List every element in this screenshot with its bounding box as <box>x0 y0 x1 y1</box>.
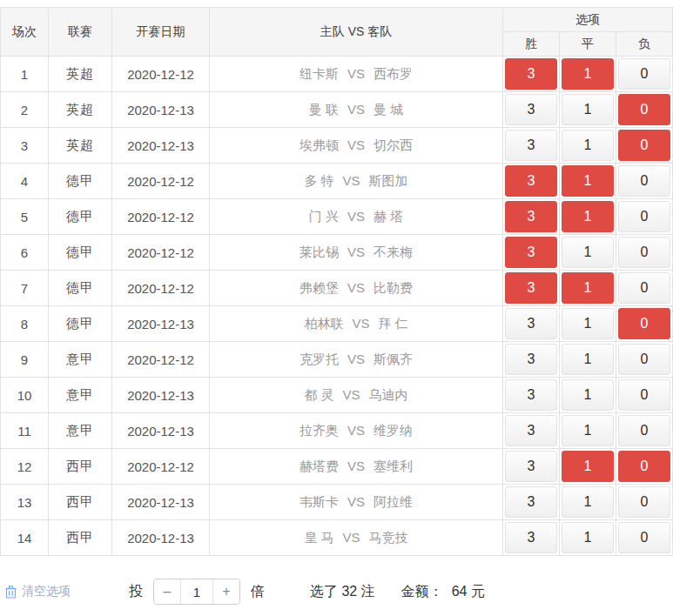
win-option-button[interactable]: 3 <box>505 415 557 446</box>
league-cell: 西甲 <box>49 485 112 520</box>
lose-option-button[interactable]: 0 <box>618 379 670 411</box>
win-option-cell: 3 <box>503 378 560 413</box>
lose-option-button[interactable]: 0 <box>618 272 670 304</box>
league-cell: 德甲 <box>49 235 112 271</box>
vs-label: VS <box>347 137 365 152</box>
match-number-cell: 5 <box>1 199 49 235</box>
win-option-button[interactable]: 3 <box>505 451 557 482</box>
table-row: 9意甲2020-12-12克罗托VS斯佩齐310 <box>1 342 673 378</box>
win-option-button[interactable]: 3 <box>505 486 557 518</box>
league-cell: 英超 <box>49 57 112 92</box>
match-number-cell: 2 <box>1 92 49 128</box>
away-team: 维罗纳 <box>374 423 413 438</box>
vs-label: VS <box>347 209 365 224</box>
clear-selection-button[interactable]: 清空选项 <box>5 584 129 599</box>
lose-option-button[interactable]: 0 <box>618 94 670 125</box>
draw-option-button[interactable]: 1 <box>562 308 614 339</box>
win-option-button[interactable]: 3 <box>505 379 557 411</box>
draw-option-button[interactable]: 1 <box>562 486 614 518</box>
draw-option-button[interactable]: 1 <box>562 522 614 553</box>
stake-suffix-label: 倍 <box>251 583 265 601</box>
lose-option-button[interactable]: 0 <box>618 308 670 339</box>
draw-option-button[interactable]: 1 <box>562 344 614 375</box>
draw-option-button[interactable]: 1 <box>562 130 614 161</box>
draw-option-button[interactable]: 1 <box>562 58 614 90</box>
lose-option-cell: 0 <box>616 413 673 449</box>
lose-option-button[interactable]: 0 <box>618 58 670 90</box>
decrease-button[interactable]: – <box>154 579 180 604</box>
lose-option-button[interactable]: 0 <box>618 237 670 268</box>
stake-prefix-label: 投 <box>129 583 143 601</box>
draw-option-button[interactable]: 1 <box>562 272 614 304</box>
away-team: 马竞技 <box>369 530 408 545</box>
vs-label: VS <box>347 102 365 117</box>
lose-option-button[interactable]: 0 <box>618 201 670 232</box>
win-option-button[interactable]: 3 <box>505 130 557 161</box>
draw-option-button[interactable]: 1 <box>562 94 614 125</box>
win-option-button[interactable]: 3 <box>505 272 557 304</box>
win-option-button[interactable]: 3 <box>505 58 557 90</box>
match-number-cell: 1 <box>1 57 49 92</box>
teams-cell: 多 特VS斯图加 <box>210 164 503 199</box>
league-cell: 德甲 <box>49 199 112 235</box>
teams-cell: 都 灵VS乌迪内 <box>210 378 503 413</box>
lose-option-button[interactable]: 0 <box>618 130 670 161</box>
table-row: 1英超2020-12-12纽卡斯VS西布罗310 <box>1 57 673 92</box>
draw-option-button[interactable]: 1 <box>562 201 614 232</box>
vs-label: VS <box>347 423 365 438</box>
win-option-cell: 3 <box>503 128 560 164</box>
draw-option-button[interactable]: 1 <box>562 237 614 268</box>
win-option-cell: 3 <box>503 199 560 235</box>
win-option-button[interactable]: 3 <box>505 344 557 375</box>
teams-cell: 柏林联VS拜 仁 <box>210 306 503 342</box>
win-option-cell: 3 <box>503 306 560 342</box>
win-option-button[interactable]: 3 <box>505 201 557 232</box>
draw-option-button[interactable]: 1 <box>562 379 614 411</box>
date-cell: 2020-12-13 <box>112 128 210 164</box>
win-option-button[interactable]: 3 <box>505 165 557 197</box>
home-team: 埃弗顿 <box>299 137 339 152</box>
table-header: 场次 联赛 开赛日期 主队 VS 客队 选项 胜 平 负 <box>1 8 673 57</box>
stake-input[interactable] <box>180 579 213 604</box>
away-team: 斯佩齐 <box>374 352 413 366</box>
date-cell: 2020-12-12 <box>112 164 210 199</box>
match-number-cell: 12 <box>1 449 49 485</box>
header-draw: 平 <box>560 32 616 57</box>
win-option-button[interactable]: 3 <box>505 522 557 553</box>
draw-option-button[interactable]: 1 <box>562 165 614 197</box>
header-match: 场次 <box>1 8 49 57</box>
lose-option-button[interactable]: 0 <box>618 486 670 518</box>
lose-option-cell: 0 <box>616 342 673 378</box>
date-cell: 2020-12-13 <box>112 92 210 128</box>
lose-option-button[interactable]: 0 <box>618 344 670 375</box>
win-option-button[interactable]: 3 <box>505 94 557 125</box>
draw-option-cell: 1 <box>560 235 616 271</box>
vs-label: VS <box>347 280 365 295</box>
draw-option-cell: 1 <box>560 413 616 449</box>
increase-button[interactable]: + <box>213 579 239 604</box>
trash-icon <box>5 586 17 599</box>
lose-option-button[interactable]: 0 <box>618 165 670 197</box>
draw-option-cell: 1 <box>560 128 616 164</box>
teams-cell: 韦斯卡VS阿拉维 <box>210 485 503 520</box>
draw-option-cell: 1 <box>560 164 616 199</box>
lose-option-cell: 0 <box>616 57 673 92</box>
win-option-button[interactable]: 3 <box>505 308 557 339</box>
table-row: 11意甲2020-12-13拉齐奥VS维罗纳310 <box>1 413 673 449</box>
league-cell: 德甲 <box>49 164 112 199</box>
lose-option-button[interactable]: 0 <box>618 451 670 482</box>
draw-option-button[interactable]: 1 <box>562 451 614 482</box>
vs-label: VS <box>347 494 365 509</box>
vs-label: VS <box>347 244 365 259</box>
win-option-cell: 3 <box>503 520 560 556</box>
lose-option-button[interactable]: 0 <box>618 415 670 446</box>
vs-label: VS <box>343 173 360 188</box>
league-cell: 西甲 <box>49 520 112 556</box>
win-option-button[interactable]: 3 <box>505 237 557 268</box>
amount-label: 金额： <box>401 583 443 601</box>
table-row: 13西甲2020-12-13韦斯卡VS阿拉维310 <box>1 485 673 520</box>
lose-option-button[interactable]: 0 <box>618 522 670 553</box>
draw-option-button[interactable]: 1 <box>562 415 614 446</box>
teams-cell: 克罗托VS斯佩齐 <box>210 342 503 378</box>
table-row: 7德甲2020-12-12弗赖堡VS比勒费310 <box>1 271 673 306</box>
